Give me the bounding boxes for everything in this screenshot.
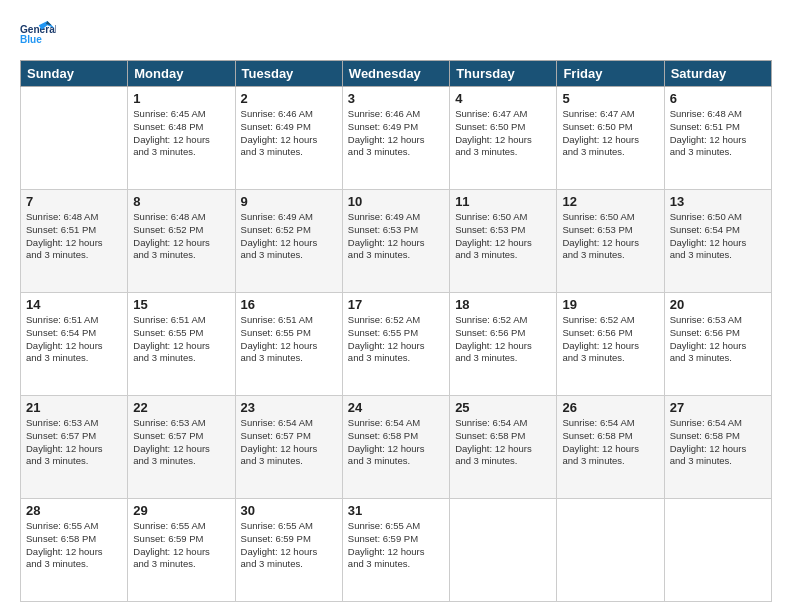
calendar-cell: 21Sunrise: 6:53 AM Sunset: 6:57 PM Dayli… <box>21 396 128 499</box>
col-header-friday: Friday <box>557 61 664 87</box>
day-number: 16 <box>241 297 337 312</box>
day-number: 22 <box>133 400 229 415</box>
day-info: Sunrise: 6:51 AM Sunset: 6:55 PM Dayligh… <box>241 314 337 365</box>
calendar-cell <box>664 499 771 602</box>
calendar-cell: 8Sunrise: 6:48 AM Sunset: 6:52 PM Daylig… <box>128 190 235 293</box>
day-number: 13 <box>670 194 766 209</box>
day-number: 7 <box>26 194 122 209</box>
day-number: 9 <box>241 194 337 209</box>
day-number: 30 <box>241 503 337 518</box>
svg-text:Blue: Blue <box>20 34 42 45</box>
col-header-wednesday: Wednesday <box>342 61 449 87</box>
day-info: Sunrise: 6:50 AM Sunset: 6:53 PM Dayligh… <box>455 211 551 262</box>
day-info: Sunrise: 6:51 AM Sunset: 6:55 PM Dayligh… <box>133 314 229 365</box>
day-info: Sunrise: 6:54 AM Sunset: 6:58 PM Dayligh… <box>562 417 658 468</box>
day-info: Sunrise: 6:49 AM Sunset: 6:53 PM Dayligh… <box>348 211 444 262</box>
calendar-cell <box>21 87 128 190</box>
calendar-cell <box>557 499 664 602</box>
calendar-cell: 23Sunrise: 6:54 AM Sunset: 6:57 PM Dayli… <box>235 396 342 499</box>
day-info: Sunrise: 6:48 AM Sunset: 6:51 PM Dayligh… <box>26 211 122 262</box>
day-number: 4 <box>455 91 551 106</box>
header: General Blue <box>20 16 772 52</box>
calendar-cell: 24Sunrise: 6:54 AM Sunset: 6:58 PM Dayli… <box>342 396 449 499</box>
day-info: Sunrise: 6:53 AM Sunset: 6:57 PM Dayligh… <box>26 417 122 468</box>
day-info: Sunrise: 6:54 AM Sunset: 6:58 PM Dayligh… <box>455 417 551 468</box>
calendar-cell: 17Sunrise: 6:52 AM Sunset: 6:55 PM Dayli… <box>342 293 449 396</box>
day-number: 25 <box>455 400 551 415</box>
day-info: Sunrise: 6:55 AM Sunset: 6:59 PM Dayligh… <box>348 520 444 571</box>
day-number: 11 <box>455 194 551 209</box>
day-number: 28 <box>26 503 122 518</box>
calendar-cell: 11Sunrise: 6:50 AM Sunset: 6:53 PM Dayli… <box>450 190 557 293</box>
calendar-cell: 20Sunrise: 6:53 AM Sunset: 6:56 PM Dayli… <box>664 293 771 396</box>
day-info: Sunrise: 6:47 AM Sunset: 6:50 PM Dayligh… <box>562 108 658 159</box>
calendar-table: SundayMondayTuesdayWednesdayThursdayFrid… <box>20 60 772 602</box>
day-number: 12 <box>562 194 658 209</box>
day-info: Sunrise: 6:55 AM Sunset: 6:59 PM Dayligh… <box>241 520 337 571</box>
calendar-cell: 13Sunrise: 6:50 AM Sunset: 6:54 PM Dayli… <box>664 190 771 293</box>
calendar-cell: 18Sunrise: 6:52 AM Sunset: 6:56 PM Dayli… <box>450 293 557 396</box>
calendar-cell: 16Sunrise: 6:51 AM Sunset: 6:55 PM Dayli… <box>235 293 342 396</box>
day-number: 23 <box>241 400 337 415</box>
calendar-cell: 26Sunrise: 6:54 AM Sunset: 6:58 PM Dayli… <box>557 396 664 499</box>
calendar-cell: 28Sunrise: 6:55 AM Sunset: 6:58 PM Dayli… <box>21 499 128 602</box>
col-header-tuesday: Tuesday <box>235 61 342 87</box>
day-info: Sunrise: 6:55 AM Sunset: 6:59 PM Dayligh… <box>133 520 229 571</box>
col-header-sunday: Sunday <box>21 61 128 87</box>
day-number: 3 <box>348 91 444 106</box>
calendar-cell: 3Sunrise: 6:46 AM Sunset: 6:49 PM Daylig… <box>342 87 449 190</box>
day-info: Sunrise: 6:49 AM Sunset: 6:52 PM Dayligh… <box>241 211 337 262</box>
day-info: Sunrise: 6:52 AM Sunset: 6:55 PM Dayligh… <box>348 314 444 365</box>
calendar-cell: 29Sunrise: 6:55 AM Sunset: 6:59 PM Dayli… <box>128 499 235 602</box>
calendar-cell: 6Sunrise: 6:48 AM Sunset: 6:51 PM Daylig… <box>664 87 771 190</box>
day-number: 2 <box>241 91 337 106</box>
col-header-saturday: Saturday <box>664 61 771 87</box>
day-number: 5 <box>562 91 658 106</box>
day-info: Sunrise: 6:46 AM Sunset: 6:49 PM Dayligh… <box>241 108 337 159</box>
calendar-cell: 15Sunrise: 6:51 AM Sunset: 6:55 PM Dayli… <box>128 293 235 396</box>
day-info: Sunrise: 6:50 AM Sunset: 6:54 PM Dayligh… <box>670 211 766 262</box>
calendar-cell: 30Sunrise: 6:55 AM Sunset: 6:59 PM Dayli… <box>235 499 342 602</box>
day-info: Sunrise: 6:50 AM Sunset: 6:53 PM Dayligh… <box>562 211 658 262</box>
day-info: Sunrise: 6:54 AM Sunset: 6:58 PM Dayligh… <box>348 417 444 468</box>
calendar-cell: 9Sunrise: 6:49 AM Sunset: 6:52 PM Daylig… <box>235 190 342 293</box>
day-info: Sunrise: 6:46 AM Sunset: 6:49 PM Dayligh… <box>348 108 444 159</box>
calendar-cell: 22Sunrise: 6:53 AM Sunset: 6:57 PM Dayli… <box>128 396 235 499</box>
day-number: 24 <box>348 400 444 415</box>
day-number: 31 <box>348 503 444 518</box>
day-number: 14 <box>26 297 122 312</box>
day-number: 20 <box>670 297 766 312</box>
calendar-cell <box>450 499 557 602</box>
page: General Blue SundayMondayTuesdayWednesda… <box>0 0 792 612</box>
day-number: 27 <box>670 400 766 415</box>
day-number: 19 <box>562 297 658 312</box>
col-header-thursday: Thursday <box>450 61 557 87</box>
day-number: 8 <box>133 194 229 209</box>
calendar-cell: 7Sunrise: 6:48 AM Sunset: 6:51 PM Daylig… <box>21 190 128 293</box>
day-number: 21 <box>26 400 122 415</box>
calendar-cell: 19Sunrise: 6:52 AM Sunset: 6:56 PM Dayli… <box>557 293 664 396</box>
col-header-monday: Monday <box>128 61 235 87</box>
day-number: 17 <box>348 297 444 312</box>
day-info: Sunrise: 6:47 AM Sunset: 6:50 PM Dayligh… <box>455 108 551 159</box>
calendar-cell: 31Sunrise: 6:55 AM Sunset: 6:59 PM Dayli… <box>342 499 449 602</box>
day-info: Sunrise: 6:52 AM Sunset: 6:56 PM Dayligh… <box>562 314 658 365</box>
calendar-cell: 1Sunrise: 6:45 AM Sunset: 6:48 PM Daylig… <box>128 87 235 190</box>
day-number: 18 <box>455 297 551 312</box>
day-info: Sunrise: 6:51 AM Sunset: 6:54 PM Dayligh… <box>26 314 122 365</box>
day-number: 1 <box>133 91 229 106</box>
day-number: 6 <box>670 91 766 106</box>
day-info: Sunrise: 6:52 AM Sunset: 6:56 PM Dayligh… <box>455 314 551 365</box>
day-info: Sunrise: 6:53 AM Sunset: 6:57 PM Dayligh… <box>133 417 229 468</box>
day-number: 10 <box>348 194 444 209</box>
day-number: 26 <box>562 400 658 415</box>
day-info: Sunrise: 6:54 AM Sunset: 6:58 PM Dayligh… <box>670 417 766 468</box>
calendar-cell: 5Sunrise: 6:47 AM Sunset: 6:50 PM Daylig… <box>557 87 664 190</box>
day-number: 15 <box>133 297 229 312</box>
calendar-cell: 27Sunrise: 6:54 AM Sunset: 6:58 PM Dayli… <box>664 396 771 499</box>
calendar-cell: 2Sunrise: 6:46 AM Sunset: 6:49 PM Daylig… <box>235 87 342 190</box>
calendar-cell: 4Sunrise: 6:47 AM Sunset: 6:50 PM Daylig… <box>450 87 557 190</box>
calendar-cell: 10Sunrise: 6:49 AM Sunset: 6:53 PM Dayli… <box>342 190 449 293</box>
calendar-cell: 12Sunrise: 6:50 AM Sunset: 6:53 PM Dayli… <box>557 190 664 293</box>
day-info: Sunrise: 6:48 AM Sunset: 6:52 PM Dayligh… <box>133 211 229 262</box>
